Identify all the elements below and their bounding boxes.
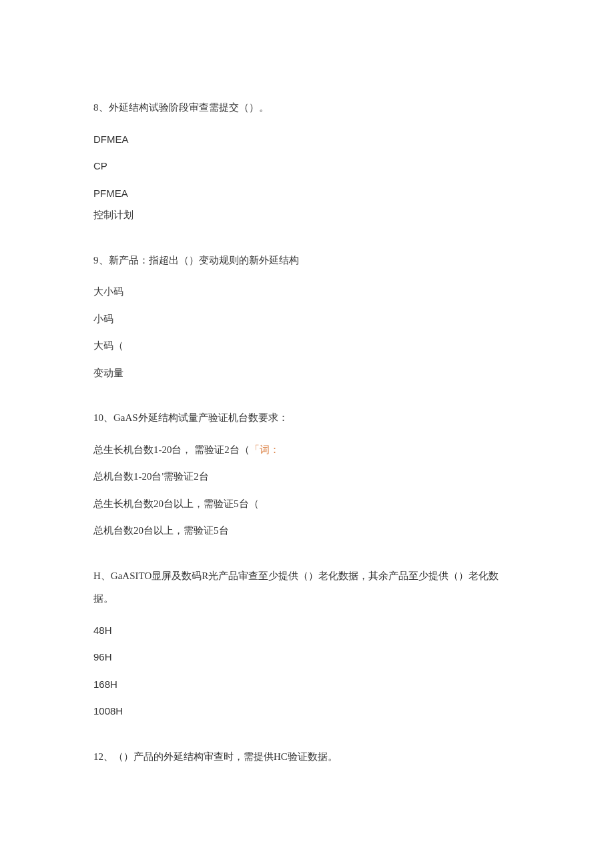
option-c: PFMEA bbox=[93, 186, 521, 201]
option-text-prefix: 总生长机台数1-20台， 需验证2台（ bbox=[93, 444, 250, 455]
option-d: 变动量 bbox=[93, 366, 521, 381]
option-d: 总机台数20台以上，需验证5台 bbox=[93, 523, 521, 538]
question-8: 8、外延结构试验阶段审查需提交（）。 DFMEA CP PFMEA 控制计划 bbox=[93, 100, 521, 223]
option-c: 大码（ bbox=[93, 338, 521, 354]
question-h: H、GaASITO显屏及数码R光产品审查至少提供（）老化数据，其余产品至少提供（… bbox=[93, 568, 521, 719]
option-d: 1008H bbox=[93, 704, 521, 719]
option-c: 总生长机台数20台以上，需验证5台（ bbox=[93, 496, 521, 512]
question-9: 9、新产品：指超出（）变动规则的新外延结构 大小码 小码 大码（ 变动量 bbox=[93, 253, 521, 381]
question-title: H、GaASITO显屏及数码R光产品审查至少提供（）老化数据，其余产品至少提供（… bbox=[93, 568, 521, 606]
option-a: 总生长机台数1-20台， 需验证2台（「词： bbox=[93, 442, 521, 458]
question-title-line2: 据。 bbox=[93, 591, 521, 606]
option-b: 96H bbox=[93, 650, 521, 665]
option-a: DFMEA bbox=[93, 132, 521, 147]
question-title: 12、（）产品的外延结构审查时，需提供HC验证数据。 bbox=[93, 749, 521, 765]
option-a: 大小码 bbox=[93, 284, 521, 300]
option-d: 控制计划 bbox=[93, 207, 521, 223]
option-text-orange: 「词： bbox=[250, 444, 280, 455]
question-12: 12、（）产品的外延结构审查时，需提供HC验证数据。 bbox=[93, 749, 521, 765]
option-b: 总机台数1-20台'需验证2台 bbox=[93, 469, 521, 484]
question-title: 10、GaAS外延结构试量产验证机台数要求： bbox=[93, 410, 521, 426]
option-b: 小码 bbox=[93, 312, 521, 327]
option-b: CP bbox=[93, 159, 521, 174]
option-a: 48H bbox=[93, 623, 521, 638]
question-10: 10、GaAS外延结构试量产验证机台数要求： 总生长机台数1-20台， 需验证2… bbox=[93, 410, 521, 538]
question-title-line1: H、GaASITO显屏及数码R光产品审查至少提供（）老化数据，其余产品至少提供（… bbox=[93, 570, 499, 581]
document-page: 8、外延结构试验阶段审查需提交（）。 DFMEA CP PFMEA 控制计划 9… bbox=[0, 0, 614, 868]
question-title: 8、外延结构试验阶段审查需提交（）。 bbox=[93, 100, 521, 115]
option-c: 168H bbox=[93, 677, 521, 693]
question-title: 9、新产品：指超出（）变动规则的新外延结构 bbox=[93, 253, 521, 268]
